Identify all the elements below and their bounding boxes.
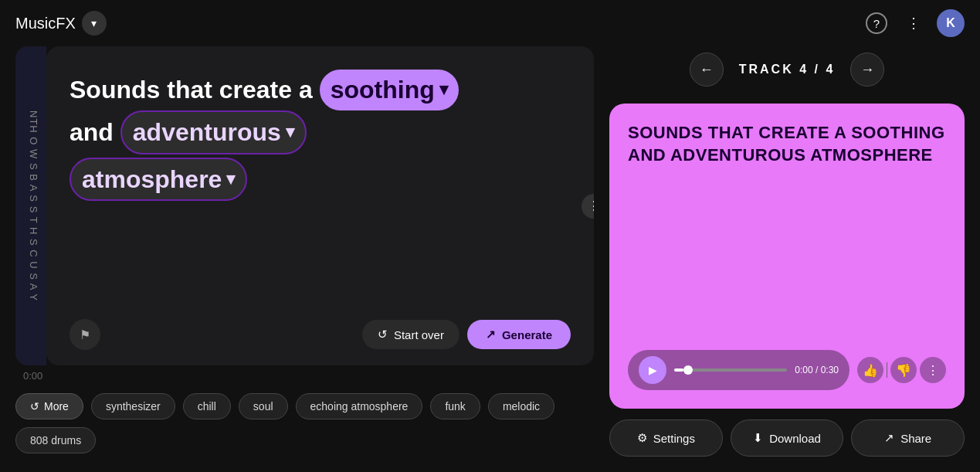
time-separator: /	[816, 365, 821, 375]
tag-echoing-atmosphere[interactable]: echoing atmosphere	[296, 393, 423, 419]
dots-vertical-icon: ⋮	[927, 363, 939, 378]
thumbs-down-icon: 👎	[896, 363, 911, 378]
adventurous-chip[interactable]: adventurous ▾	[120, 110, 307, 155]
chevron-icon-2: ▾	[286, 121, 294, 144]
help-button[interactable]: ?	[863, 9, 890, 37]
chevron-down-icon: ▾	[91, 17, 97, 29]
generate-icon: ↗	[486, 328, 496, 341]
tag-melodic[interactable]: melodic	[488, 393, 554, 419]
music-card: SOUNDS THAT CREATE A SOOTHING AND ADVENT…	[609, 104, 965, 409]
soothing-chip-label: soothing	[331, 73, 435, 107]
tag-label: 808 drums	[30, 434, 81, 447]
atmosphere-chip[interactable]: atmosphere ▾	[70, 158, 247, 202]
progress-bar[interactable]	[674, 368, 787, 372]
current-time: 0:00	[795, 365, 812, 375]
app-dropdown-button[interactable]: ▾	[82, 11, 107, 36]
play-button[interactable]: ▶	[639, 356, 666, 384]
side-track-card: NTH O W S B A S S T H S C U S A Y	[15, 46, 46, 365]
download-button[interactable]: ⬇ Download	[731, 419, 844, 457]
refresh-small-icon: ↺	[30, 400, 39, 413]
tracks-area: NTH O W S B A S S T H S C U S A Y Sounds…	[15, 46, 594, 365]
track-navigation: ← TRACK 4 / 4 →	[609, 46, 965, 93]
download-icon: ⬇	[753, 431, 763, 445]
more-icon: ⋮	[907, 15, 921, 32]
help-icon: ?	[866, 12, 887, 34]
prompt-text: Sounds that create a soothing ▾ and adve…	[70, 70, 571, 304]
avatar[interactable]: K	[937, 9, 965, 37]
prompt-card: Sounds that create a soothing ▾ and adve…	[46, 46, 594, 365]
tag-808-drums[interactable]: 808 drums	[15, 427, 96, 453]
share-label: Share	[900, 432, 931, 445]
tag-chill[interactable]: chill	[183, 393, 231, 419]
flag-button[interactable]: ⚑	[70, 319, 100, 350]
prompt-right-buttons: ↺ Start over ↗ Generate	[362, 320, 571, 349]
atmosphere-chip-label: atmosphere	[82, 162, 222, 197]
generate-label: Generate	[502, 328, 552, 341]
play-icon: ▶	[649, 364, 657, 376]
tag-label: melodic	[503, 400, 540, 413]
arrow-left-icon: ←	[700, 62, 714, 78]
header-right: ? ⋮ K	[863, 9, 965, 37]
prompt-line2-pre: and	[70, 118, 114, 146]
more-label: More	[44, 400, 69, 413]
prompt-line1-pre: Sounds that create a	[70, 76, 313, 104]
adventurous-chip-label: adventurous	[133, 115, 281, 150]
tag-label: chill	[198, 400, 216, 413]
track-word: TRACK	[739, 63, 794, 76]
prev-track-button[interactable]: ←	[690, 53, 724, 87]
player-actions: 👍 👎 ⋮	[857, 357, 946, 383]
tags-area: ↺ More synthesizer chill soul echoing at…	[15, 393, 594, 457]
tag-label: echoing atmosphere	[310, 400, 409, 413]
left-panel: NTH O W S B A S S T H S C U S A Y Sounds…	[15, 46, 594, 457]
time-indicator: 0:00	[23, 370, 42, 382]
dots-icon: ⋮	[588, 199, 594, 213]
tag-funk[interactable]: funk	[430, 393, 480, 419]
like-button[interactable]: 👍	[857, 357, 883, 383]
flag-icon: ⚑	[80, 328, 90, 342]
side-track-text: NTH O W S B A S S T H S C U S A Y	[22, 110, 40, 301]
chevron-icon: ▾	[439, 78, 448, 102]
header: MusicFX ▾ ? ⋮ K	[0, 0, 980, 46]
share-button[interactable]: ↗ Share	[851, 419, 965, 457]
soothing-chip[interactable]: soothing ▾	[320, 70, 459, 110]
more-tags-button[interactable]: ↺ More	[15, 393, 83, 419]
bottom-actions: ⚙ Settings ⬇ Download ↗ Share	[609, 419, 965, 457]
progress-fill	[674, 368, 683, 372]
progress-dot	[683, 365, 693, 375]
settings-label: Settings	[653, 432, 695, 445]
music-card-title: SOUNDS THAT CREATE A SOOTHING AND ADVENT…	[628, 122, 946, 166]
divider	[887, 362, 887, 378]
thumbs-up-icon: 👍	[863, 363, 878, 378]
right-panel: ← TRACK 4 / 4 → SOUNDS THAT CREATE A SOO…	[609, 46, 965, 457]
track-numbers: 4 / 4	[799, 63, 835, 76]
main-content: NTH O W S B A S S T H S C U S A Y Sounds…	[0, 46, 980, 472]
total-time: 0:30	[821, 365, 839, 375]
start-over-button[interactable]: ↺ Start over	[362, 320, 459, 349]
tag-label: funk	[445, 400, 465, 413]
start-over-label: Start over	[394, 328, 444, 341]
tag-label: soul	[253, 400, 273, 413]
tag-synthesizer[interactable]: synthesizer	[91, 393, 175, 419]
dislike-button[interactable]: 👎	[890, 357, 917, 383]
next-track-button[interactable]: →	[850, 53, 884, 87]
refresh-icon: ↺	[378, 328, 388, 341]
more-options-button[interactable]: ⋮	[900, 9, 927, 37]
prompt-actions: ⚑ ↺ Start over ↗ Generate	[70, 319, 571, 350]
download-label: Download	[769, 432, 821, 445]
track-label: TRACK 4 / 4	[739, 63, 836, 76]
settings-icon: ⚙	[637, 431, 647, 445]
player-more-button[interactable]: ⋮	[920, 357, 946, 383]
settings-button[interactable]: ⚙ Settings	[609, 419, 723, 457]
app-title: MusicFX	[15, 15, 76, 32]
generate-button[interactable]: ↗ Generate	[467, 320, 571, 349]
music-player: ▶ 0:00 / 0:30	[628, 350, 849, 390]
header-left: MusicFX ▾	[15, 11, 107, 36]
player-row: ▶ 0:00 / 0:30 👍	[628, 350, 946, 390]
card-more-button[interactable]: ⋮	[582, 194, 594, 219]
chevron-icon-3: ▾	[226, 168, 235, 192]
time-display: 0:00 / 0:30	[795, 365, 839, 375]
tag-soul[interactable]: soul	[239, 393, 288, 419]
share-icon: ↗	[884, 431, 894, 445]
tag-label: synthesizer	[106, 400, 161, 413]
arrow-right-icon: →	[860, 62, 874, 78]
